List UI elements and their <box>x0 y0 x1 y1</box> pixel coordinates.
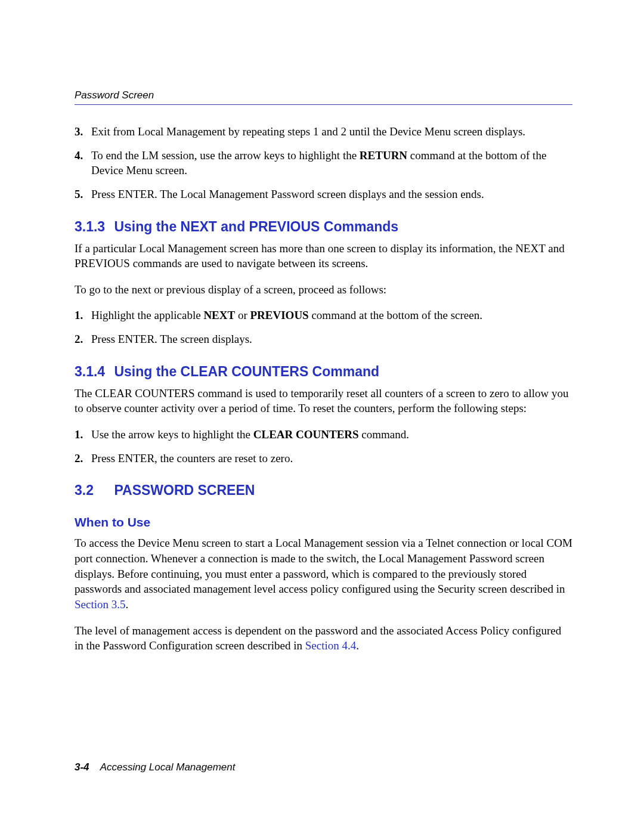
body-text: To go to the next or previous display of… <box>75 282 572 298</box>
list-text: Press ENTER. The Local Management Passwo… <box>91 187 572 202</box>
list-item: 1.Use the arrow keys to highlight the CL… <box>75 427 572 442</box>
section-number: 3.1.4 <box>75 364 110 380</box>
section-heading-32: 3.2 PASSWORD SCREEN <box>75 482 572 498</box>
body-text: The level of management access is depend… <box>75 623 572 654</box>
chapter-title: Accessing Local Management <box>100 761 236 773</box>
page-footer: 3-4 Accessing Local Management <box>75 761 235 773</box>
list-item: 3.Exit from Local Management by repeatin… <box>75 124 572 140</box>
list-number: 4. <box>75 148 91 178</box>
body-text: If a particular Local Management screen … <box>75 241 572 271</box>
list-text: Use the arrow keys to highlight the CLEA… <box>91 427 572 442</box>
page-content: Password Screen 3.Exit from Local Manage… <box>0 0 644 654</box>
steps-list-313: 1.Highlight the applicable NEXT or PREVI… <box>75 308 572 346</box>
sub-heading-when-to-use: When to Use <box>75 515 572 529</box>
steps-list-314: 1.Use the arrow keys to highlight the CL… <box>75 427 572 466</box>
list-number: 3. <box>75 124 91 140</box>
cross-reference-link[interactable]: Section 4.4 <box>305 639 357 652</box>
list-item: 4.To end the LM session, use the arrow k… <box>75 148 572 178</box>
section-heading-314: 3.1.4 Using the CLEAR COUNTERS Command <box>75 364 572 380</box>
list-item: 2.Press ENTER. The screen displays. <box>75 332 572 347</box>
section-number: 3.2 <box>75 482 110 498</box>
breadcrumb: Password Screen <box>75 89 154 101</box>
section-number: 3.1.3 <box>75 219 110 235</box>
list-number: 2. <box>75 451 91 466</box>
list-number: 1. <box>75 308 91 323</box>
list-text: To end the LM session, use the arrow key… <box>91 148 572 178</box>
section-title: Using the NEXT and PREVIOUS Commands <box>114 219 398 234</box>
list-item: 5.Press ENTER. The Local Management Pass… <box>75 187 572 202</box>
list-item: 2.Press ENTER, the counters are reset to… <box>75 451 572 466</box>
body-text: The CLEAR COUNTERS command is used to te… <box>75 386 572 416</box>
list-number: 2. <box>75 332 91 347</box>
section-title: Using the CLEAR COUNTERS Command <box>114 364 379 379</box>
list-item: 1.Highlight the applicable NEXT or PREVI… <box>75 308 572 323</box>
page-header: Password Screen <box>75 89 572 105</box>
body-text: To access the Device Menu screen to star… <box>75 535 572 612</box>
page-number: 3-4 <box>75 761 89 773</box>
list-number: 5. <box>75 187 91 202</box>
cross-reference-link[interactable]: Section 3.5 <box>75 598 126 611</box>
list-number: 1. <box>75 427 91 442</box>
list-text: Press ENTER, the counters are reset to z… <box>91 451 572 466</box>
list-text: Exit from Local Management by repeating … <box>91 124 572 140</box>
list-text: Highlight the applicable NEXT or PREVIOU… <box>91 308 572 323</box>
section-heading-313: 3.1.3 Using the NEXT and PREVIOUS Comman… <box>75 219 572 235</box>
section-title: PASSWORD SCREEN <box>114 482 255 498</box>
list-text: Press ENTER. The screen displays. <box>91 332 572 347</box>
continuation-list: 3.Exit from Local Management by repeatin… <box>75 124 572 202</box>
